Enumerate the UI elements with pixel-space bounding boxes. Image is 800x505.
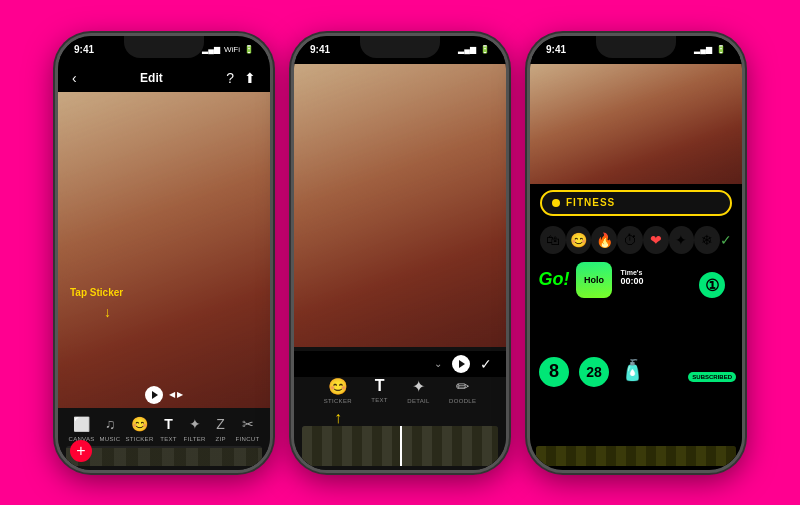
star-icon: ✦ bbox=[675, 232, 687, 248]
screen-1: 9:41 ▂▄▆ WiFi 🔋 ‹ Edit ? ⬆ Tap Sticker ↓ bbox=[58, 36, 270, 470]
text-icon: T bbox=[159, 414, 179, 434]
tool-text[interactable]: T TEXT bbox=[159, 414, 179, 442]
subscribed-badge: SUBSCRIBED bbox=[688, 372, 736, 382]
snow-icon: ❄ bbox=[701, 232, 713, 248]
search-dot bbox=[552, 199, 560, 207]
top-bar-icons: ? ⬆ bbox=[226, 70, 256, 86]
play-button-2[interactable] bbox=[452, 355, 470, 373]
times-content: Time's 00:00 bbox=[621, 269, 644, 286]
sticker-circle-28-item[interactable]: 28 bbox=[576, 354, 612, 390]
timer-icon: ⏱ bbox=[623, 232, 637, 248]
circle-8-shape: 8 bbox=[536, 354, 572, 390]
status-icons-2: ▂▄▆ 🔋 bbox=[458, 45, 490, 54]
holo-text: Holo bbox=[584, 275, 604, 285]
doodle2-label: DOODLE bbox=[449, 398, 476, 404]
times-label: Time's bbox=[621, 269, 644, 276]
checkmark-icon[interactable]: ✓ bbox=[480, 356, 492, 372]
tap-sticker-annotation: Tap Sticker bbox=[70, 287, 123, 298]
chevron-down-icon[interactable]: ⌄ bbox=[434, 358, 442, 369]
back-button[interactable]: ‹ bbox=[72, 70, 77, 86]
toolbar-tools-2: 😊 STICKER T TEXT ✦ DETAIL ✏ DOODLE bbox=[294, 377, 506, 404]
help-icon[interactable]: ? bbox=[226, 70, 234, 86]
sticker-circle-1-item[interactable]: ① bbox=[688, 262, 736, 310]
video-blur-3 bbox=[530, 64, 742, 184]
timer-icon-btn[interactable]: ⏱ bbox=[617, 226, 643, 254]
text2-icon: T bbox=[375, 377, 385, 395]
sticker-bottle-item[interactable]: 🧴 bbox=[616, 354, 648, 386]
notch-3 bbox=[596, 36, 676, 58]
bottle-icon: 🧴 bbox=[620, 358, 645, 382]
timeline-2 bbox=[302, 426, 498, 466]
text2-label: TEXT bbox=[371, 397, 388, 403]
timeline-cursor bbox=[400, 426, 402, 466]
tool-zip[interactable]: Z ZIP bbox=[211, 414, 231, 442]
screen-3: 9:41 ▂▄▆ 🔋 FITNESS 🛍 😊 🔥 bbox=[530, 36, 742, 470]
fincut-label: FINCUT bbox=[236, 436, 260, 442]
phone-3: 9:41 ▂▄▆ 🔋 FITNESS 🛍 😊 🔥 bbox=[527, 33, 745, 473]
shopping-icon-btn[interactable]: 🛍 bbox=[540, 226, 566, 254]
timeline-1 bbox=[66, 446, 262, 466]
heart-icon-btn[interactable]: ❤ bbox=[643, 226, 669, 254]
signal-icon-2: ▂▄▆ bbox=[458, 45, 476, 54]
video-area-3 bbox=[530, 64, 742, 184]
edit-title: Edit bbox=[140, 71, 163, 85]
phone-2: 9:41 ▂▄▆ 🔋 ⌄ ✓ 😊 STICKER bbox=[291, 33, 509, 473]
play-triangle-1 bbox=[152, 391, 158, 399]
sticker-empty-2 bbox=[652, 354, 684, 386]
tool-canvas[interactable]: ⬜ CANVAS bbox=[69, 414, 95, 442]
battery-icon-2: 🔋 bbox=[480, 45, 490, 54]
tool2-doodle[interactable]: ✏ DOODLE bbox=[449, 377, 476, 404]
battery-icon-3: 🔋 bbox=[716, 45, 726, 54]
search-pill[interactable]: FITNESS bbox=[540, 190, 732, 216]
tap-arrow-annotation: ↓ bbox=[104, 304, 111, 320]
top-icons-row: 🛍 😊 🔥 ⏱ ❤ ✦ ❄ ✓ bbox=[530, 222, 742, 258]
top-bar-2: ⌄ ✓ bbox=[294, 351, 506, 377]
music-label: MUSIC bbox=[100, 436, 121, 442]
timeline-text: ◀ ▶ bbox=[169, 390, 183, 399]
emoji-icon-btn[interactable]: 😊 bbox=[566, 226, 592, 254]
sticker-subscribed-item[interactable]: SUBSCRIBED bbox=[688, 354, 736, 402]
sticker2-icon: 😊 bbox=[328, 377, 348, 396]
share-icon[interactable]: ⬆ bbox=[244, 70, 256, 86]
tool-fincut[interactable]: ✂ FINCUT bbox=[236, 414, 260, 442]
tool2-sticker[interactable]: 😊 STICKER bbox=[324, 377, 352, 404]
confirm-checkmark[interactable]: ✓ bbox=[720, 232, 732, 248]
sticker-holo[interactable]: Holo bbox=[576, 262, 612, 298]
wifi-icon: WiFi bbox=[224, 45, 240, 54]
tool-filter[interactable]: ✦ FILTER bbox=[184, 414, 206, 442]
video-area-2 bbox=[294, 64, 506, 347]
fincut-icon: ✂ bbox=[238, 414, 258, 434]
top-bar-1: ‹ Edit ? ⬆ bbox=[58, 64, 270, 92]
toolbar-2: ⌄ ✓ 😊 STICKER T TEXT ✦ DETAIL bbox=[294, 347, 506, 470]
add-button[interactable]: + bbox=[70, 440, 92, 462]
tool-sticker[interactable]: 😊 STICKER bbox=[125, 414, 153, 442]
filter-label: FILTER bbox=[184, 436, 206, 442]
fire-icon-btn[interactable]: 🔥 bbox=[591, 226, 617, 254]
tool2-detail[interactable]: ✦ DETAIL bbox=[407, 377, 429, 404]
status-icons-3: ▂▄▆ 🔋 bbox=[694, 45, 726, 54]
sticker-times[interactable]: Time's 00:00 bbox=[616, 262, 648, 294]
phone-1: 9:41 ▂▄▆ WiFi 🔋 ‹ Edit ? ⬆ Tap Sticker ↓ bbox=[55, 33, 273, 473]
sticker-go[interactable]: Go! bbox=[536, 262, 572, 298]
tool-music[interactable]: ♫ MUSIC bbox=[100, 414, 121, 442]
timeline-strip-3 bbox=[536, 446, 736, 466]
search-text: FITNESS bbox=[566, 197, 615, 208]
video-blur-2 bbox=[294, 64, 506, 347]
play-button-1[interactable] bbox=[145, 386, 163, 404]
snow-icon-btn[interactable]: ❄ bbox=[694, 226, 720, 254]
timeline-3 bbox=[536, 446, 736, 466]
emoji-icon: 😊 bbox=[570, 232, 587, 248]
music-icon: ♫ bbox=[100, 414, 120, 434]
sticker-circle-8-item[interactable]: 8 bbox=[536, 354, 572, 390]
times-time: 00:00 bbox=[621, 276, 644, 286]
status-icons-1: ▂▄▆ WiFi 🔋 bbox=[202, 45, 254, 54]
star-icon-btn[interactable]: ✦ bbox=[669, 226, 695, 254]
signal-icon: ▂▄▆ bbox=[202, 45, 220, 54]
sticker-icon: 😊 bbox=[129, 414, 149, 434]
heart-icon: ❤ bbox=[650, 232, 662, 248]
tool2-text[interactable]: T TEXT bbox=[371, 377, 388, 404]
circle-28-shape: 28 bbox=[576, 354, 612, 390]
canvas-icon: ⬜ bbox=[72, 414, 92, 434]
status-time-3: 9:41 bbox=[546, 44, 566, 55]
sticker2-label: STICKER bbox=[324, 398, 352, 404]
